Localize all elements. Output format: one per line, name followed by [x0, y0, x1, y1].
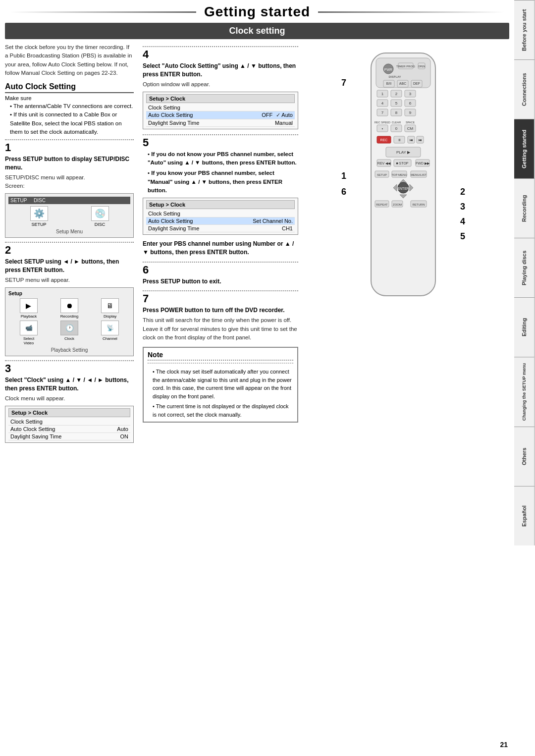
section-header: Clock setting: [5, 23, 509, 39]
step-3-number: 3: [5, 362, 11, 375]
svg-text:REPEAT: REPEAT: [376, 203, 388, 206]
callout-2: 2: [460, 187, 465, 197]
setup-icons-row1: ▶ Playback ⏺ Recording 🖥 Display: [8, 298, 130, 319]
svg-text:FWD ▶▶: FWD ▶▶: [416, 162, 430, 165]
step-6-divider: 6: [143, 262, 298, 275]
video-icon-box: 📹: [20, 321, 38, 335]
svg-text:9: 9: [409, 110, 412, 115]
sidebar-tab-others[interactable]: Others: [514, 427, 535, 486]
svg-text:ENTER: ENTER: [397, 187, 409, 190]
callout-6: 6: [341, 187, 346, 197]
header-line-left: [10, 11, 196, 13]
sidebar-tab-espanol[interactable]: Español: [514, 486, 535, 545]
svg-text:DEF: DEF: [413, 82, 420, 85]
sidebar-tab-getting-started[interactable]: Getting started: [514, 119, 535, 178]
clock-label: Clock: [64, 336, 74, 341]
svg-text:ZOOM: ZOOM: [393, 203, 402, 206]
step-3-divider: 3: [5, 360, 134, 374]
step5-screen-title: Setup > Clock: [146, 200, 295, 209]
svg-text:OPEN: OPEN: [418, 65, 426, 68]
sidebar-tab-before-you-start[interactable]: Before you start: [514, 0, 535, 59]
svg-text:REC: REC: [380, 138, 388, 142]
step4-row-3: Daylight Saving Time Manual: [146, 119, 295, 127]
svg-text:7: 7: [381, 110, 384, 115]
step-6-enter-block: Enter your PBS channel number using Numb…: [143, 240, 298, 257]
svg-text:4: 4: [381, 101, 384, 106]
svg-text:CM: CM: [407, 126, 414, 131]
step-4-heading: Select "Auto Clock Setting" using ▲ / ▼ …: [143, 62, 298, 79]
sidebar-tab-connections[interactable]: Connections: [514, 59, 535, 119]
step5-row-1: Clock Setting: [146, 210, 295, 217]
svg-text:MENU/LIST: MENU/LIST: [411, 173, 427, 176]
step4-row-1: Clock Setting: [146, 104, 295, 111]
step-6-exit-heading: Press SETUP button to exit.: [143, 277, 298, 286]
step4-screen-title: Setup > Clock: [146, 94, 295, 103]
svg-text:■ STOP: ■ STOP: [396, 162, 408, 165]
step-3-block: 3 Select "Clock" using ▲ / ▼ / ◄ / ► but…: [5, 360, 134, 443]
main-content: Getting started Clock setting Set the cl…: [0, 0, 514, 756]
setup-icon-box: ⚙️: [30, 206, 48, 221]
disc-icon-label: DISC: [95, 222, 106, 227]
display-icon-box: 🖥: [101, 298, 119, 313]
svg-text:RETURN: RETURN: [413, 203, 425, 206]
step-1-number: 1: [5, 141, 11, 154]
step-4-divider: 4: [143, 46, 298, 60]
channel-icon-box: 📡: [101, 321, 119, 335]
content-grid: Set the clock before you try the timer r…: [0, 43, 514, 447]
svg-text:1: 1: [381, 92, 384, 96]
clock-row-1: Clock Setting: [8, 418, 130, 426]
step-2-divider: 2: [5, 242, 134, 256]
setup-menu-icons: ⚙️ SETUP 💿 DISC: [8, 206, 130, 227]
clock-menu-screen: Setup > Clock Clock Setting Auto Clock S…: [5, 406, 134, 443]
step-4-block: 4 Select "Auto Clock Setting" using ▲ / …: [143, 46, 298, 129]
setup-label: Setup: [8, 291, 130, 296]
step-4-number: 4: [143, 48, 149, 60]
header-line-right: [318, 11, 504, 13]
svg-text:⏭: ⏭: [419, 138, 422, 142]
note-divider: [148, 363, 293, 366]
step-7-bottom-block: 7 Press POWER button to turn off the DVD…: [143, 290, 298, 342]
sidebar-tab-recording[interactable]: Recording: [514, 178, 535, 238]
sidebar-tab-changing-setup[interactable]: Changing the SETUP menu: [514, 357, 535, 427]
right-sidebar: Before you start Connections Getting sta…: [514, 0, 535, 756]
step-5-bullets: If you do not know your PBS channel numb…: [143, 150, 298, 167]
step-6-enter-heading: Enter your PBS channel number using Numb…: [143, 240, 298, 257]
step-1-heading: Press SETUP button to display SETUP/DISC…: [5, 155, 134, 172]
step-2-number: 2: [5, 244, 11, 256]
svg-text:⏮: ⏮: [410, 138, 413, 142]
step-3-text: Clock menu will appear.: [5, 394, 134, 403]
remote-svg: PWR TIMER PROG OPEN DISPLAY B/II ABC: [356, 48, 450, 306]
step-1-divider: 1: [5, 139, 134, 153]
callout-7: 7: [341, 78, 346, 88]
sidebar-tab-editing[interactable]: Editing: [514, 297, 535, 357]
step-2-text: SETUP menu will appear.: [5, 276, 134, 284]
step-5-bullet-1: If you do not know your PBS channel numb…: [148, 150, 298, 167]
step4-row-2: Auto Clock Setting OFF ✓ Auto: [146, 111, 295, 119]
note-title: Note: [148, 351, 293, 361]
icon-setup: ⚙️ SETUP: [30, 206, 48, 227]
video-label: SelectVideo: [23, 336, 34, 345]
display-label: Display: [104, 314, 116, 319]
sidebar-tab-playing-discs[interactable]: Playing discs: [514, 238, 535, 297]
step-5-bullet-2: If you know your PBS channel number, sel…: [148, 169, 298, 195]
clock-row-3: Daylight Saving Time ON: [8, 433, 130, 440]
step-7-bottom-heading: Press POWER button to turn off the DVD r…: [143, 306, 298, 315]
step5-row-3: Daylight Saving Time CH1: [146, 225, 295, 232]
icon-clock: 🕐 Clock: [60, 321, 78, 345]
callout-4: 4: [460, 216, 465, 227]
step4-screen: Setup > Clock Clock Setting Auto Clock S…: [143, 92, 298, 129]
note-bullets: The clock may set itself automatically a…: [148, 368, 293, 419]
step-7-bottom-number: 7: [143, 292, 149, 305]
clock-screen-title: Setup > Clock: [8, 408, 130, 417]
auto-clock-setting-title: Auto Clock Setting: [5, 82, 134, 93]
auto-clock-bullets: The antenna/Cable TV connections are cor…: [5, 102, 134, 136]
step-7-bottom-divider: 7: [143, 290, 298, 304]
svg-text:0: 0: [395, 126, 398, 131]
step5-screen: Setup > Clock Clock Setting Auto Clock S…: [143, 198, 298, 235]
step-2-heading: Select SETUP using ◄ / ► buttons, then p…: [5, 258, 134, 274]
playback-label: Playback: [21, 314, 37, 319]
mid-column: 4 Select "Auto Clock Setting" using ▲ / …: [139, 43, 302, 447]
callout-1: 1: [341, 171, 346, 181]
page-wrapper: Getting started Clock setting Set the cl…: [0, 0, 535, 756]
remote-area: PWR TIMER PROG OPEN DISPLAY B/II ABC: [356, 48, 455, 307]
